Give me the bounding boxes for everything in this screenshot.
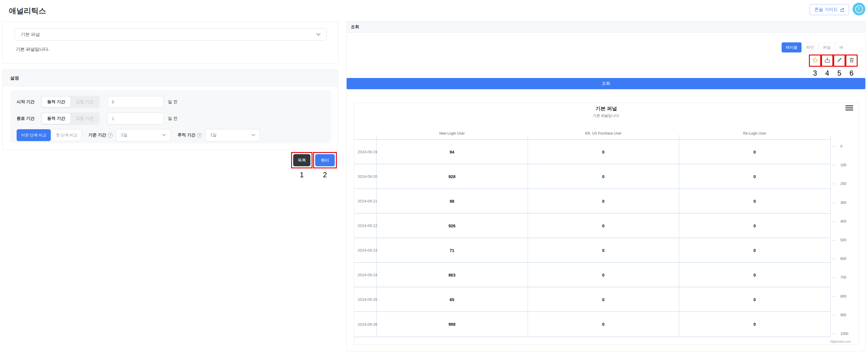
table-row: 2024-09-19 94 0 0 [354, 139, 830, 164]
cell-value: 0 [528, 312, 679, 337]
y-axis-tick: 100 [832, 163, 846, 168]
funnel-select-value: 기본 퍼널 [21, 32, 40, 37]
cell-value: 0 [679, 238, 830, 263]
cell-value: 0 [679, 164, 830, 189]
end-fixed-option[interactable]: 고정 기간 [70, 113, 99, 124]
row-date: 2024-09-19 [358, 140, 377, 164]
start-period-row: 시작 기간 동적 기간 고정 기간 일 전 [17, 96, 324, 108]
settings-card: 설정 시작 기간 동적 기간 고정 기간 일 전 종료 기간 동적 기간 고정 … [2, 70, 338, 150]
table-row: 2024-09-24 863 0 0 [354, 262, 830, 287]
start-period-input[interactable] [107, 96, 164, 108]
console-guide-button[interactable]: 콘솔 가이드 [810, 4, 849, 15]
table-row: 2024-09-23 71 0 0 [354, 238, 830, 263]
annotation-number-1: 1 [300, 171, 304, 179]
analytics-page: 애널리틱스 콘솔 가이드 ! 기본 퍼널 기본 퍼널입니다. 설정 시작 기간 … [0, 0, 868, 356]
result-panel-title: 조회 [347, 22, 865, 33]
tab-bar[interactable]: 바 [835, 42, 847, 52]
cell-value: 94 [376, 140, 528, 164]
row-date: 2024-09-25 [358, 287, 377, 312]
page-title: 애널리틱스 [9, 6, 46, 16]
console-guide-label: 콘솔 가이드 [814, 7, 838, 12]
edit-icon [837, 57, 842, 64]
end-period-suffix: 일 전 [168, 116, 178, 121]
start-period-toggle: 동적 기간 고정 기간 [41, 96, 100, 108]
chart-title: 기본 퍼널 [354, 105, 859, 112]
favorite-button[interactable] [809, 55, 821, 67]
edit-button[interactable] [833, 55, 845, 67]
start-dynamic-option[interactable]: 동적 기간 [42, 97, 70, 107]
cell-value: 98 [376, 189, 528, 213]
end-period-row: 종료 기간 동적 기간 고정 기간 일 전 [17, 112, 324, 125]
tab-table[interactable]: 테이블 [782, 42, 802, 52]
cell-value: 0 [679, 312, 830, 337]
y-axis-tick: 500 [832, 238, 846, 243]
y-axis-tick: 300 [832, 201, 846, 205]
annotation-box-1: 목록 [291, 152, 312, 168]
trash-icon [849, 57, 855, 64]
row-date: 2024-09-20 [358, 164, 377, 189]
column-divider [830, 135, 831, 337]
cell-value: 0 [528, 140, 679, 164]
prev-step-compare-button[interactable]: 이전 단계 비교 [17, 129, 51, 141]
chevron-down-icon [252, 134, 255, 136]
chevron-down-icon [316, 33, 320, 36]
funnel-select[interactable]: 기본 퍼널 [14, 28, 327, 41]
chart-subtitle: 기본 퍼널입니다. [354, 113, 859, 118]
end-dynamic-option[interactable]: 동적 기간 [42, 113, 70, 124]
start-fixed-option[interactable]: 고정 기간 [70, 97, 99, 107]
run-query-button[interactable]: 조회 [347, 78, 865, 89]
y-axis-tick: 400 [832, 219, 846, 224]
chevron-down-icon [162, 134, 166, 136]
cell-value: 0 [679, 140, 830, 164]
chart-menu-icon[interactable] [845, 105, 853, 111]
column-header: Re-Login User [679, 131, 830, 136]
y-axis-tick: 700 [832, 275, 846, 280]
exclamation-circle-icon: ! [855, 5, 863, 13]
cell-value: 0 [679, 213, 830, 238]
cell-value: 71 [376, 238, 528, 263]
cell-value: 928 [376, 164, 528, 189]
tracking-period-value: 1일 [210, 133, 217, 138]
chart-card: 기본 퍼널 기본 퍼널입니다. New Login User KR, US Pu… [354, 103, 859, 345]
help-floating-button[interactable]: ! [852, 3, 865, 15]
cell-value: 988 [376, 312, 528, 337]
tracking-period-select[interactable]: 1일 [205, 129, 260, 141]
query-button[interactable]: 쿼리 [315, 154, 335, 166]
cell-value: 0 [679, 263, 830, 287]
annotation-number-3: 3 [813, 69, 817, 77]
base-period-value: 1일 [121, 133, 127, 138]
tracking-period-help-icon[interactable]: ? [197, 133, 202, 138]
list-button[interactable]: 목록 [293, 154, 310, 166]
cell-value: 863 [376, 263, 528, 287]
external-link-icon [840, 8, 844, 12]
settings-title: 설정 [3, 70, 338, 86]
annotation-number-2: 2 [323, 171, 327, 179]
delete-button[interactable] [845, 55, 858, 67]
row-date: 2024-09-23 [358, 238, 377, 263]
query-action: 쿼리 2 [313, 152, 337, 179]
cell-value: 0 [528, 164, 679, 189]
table-row: 2024-09-22 926 0 0 [354, 213, 830, 238]
annotation-number-4: 4 [825, 69, 829, 77]
table-row: 2024-09-21 98 0 0 [354, 188, 830, 213]
column-header: KR, US Purchase User [528, 131, 679, 136]
cell-value: 0 [528, 213, 679, 238]
tab-line[interactable]: 라인 [802, 42, 818, 52]
table-row: 2024-09-26 988 0 0 [354, 312, 830, 337]
row-date: 2024-09-21 [358, 189, 377, 213]
tab-funnel[interactable]: 퍼널 [819, 42, 835, 52]
base-period-select[interactable]: 1일 [116, 129, 171, 141]
cell-value: 0 [528, 238, 679, 263]
toolbar-icons: 3 4 5 [809, 55, 858, 77]
base-period-help-icon[interactable]: ? [108, 133, 113, 138]
end-period-input[interactable] [107, 113, 164, 124]
first-step-compare-button[interactable]: 첫 단계 비교 [51, 129, 82, 141]
tracking-period-label: 추적 기간 [178, 133, 195, 138]
start-period-label: 시작 기간 [17, 99, 38, 105]
y-axis-tick: 900 [832, 313, 846, 317]
export-button[interactable] [821, 55, 833, 67]
row-date: 2024-09-22 [358, 213, 377, 238]
row-date: 2024-09-24 [358, 263, 377, 287]
result-panel: 조회 테이블 라인 퍼널 바 3 [346, 21, 866, 351]
annotation-number-5: 5 [837, 69, 841, 77]
